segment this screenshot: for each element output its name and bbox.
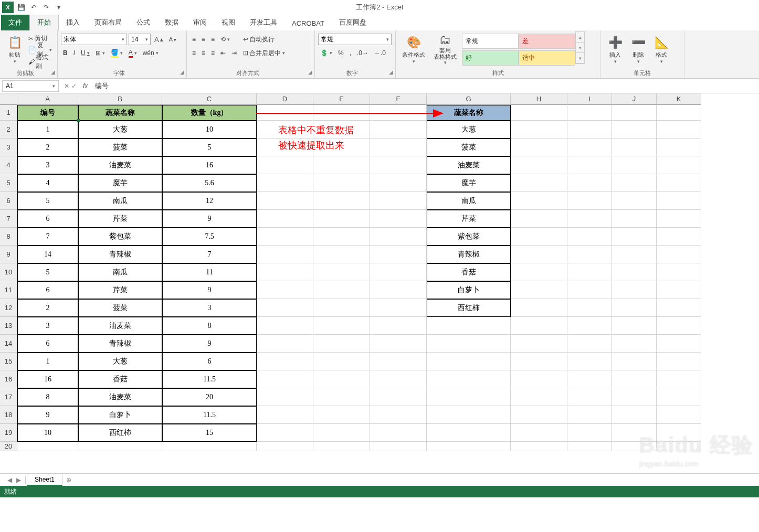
cell-C10[interactable]: 11: [162, 263, 257, 281]
cell-B6[interactable]: 南瓜: [78, 192, 162, 210]
cell-A20[interactable]: [17, 442, 78, 451]
cell-B4[interactable]: 油麦菜: [78, 156, 162, 174]
cell-G12[interactable]: 西红柿: [427, 299, 511, 317]
row-header-3[interactable]: 3: [0, 139, 17, 156]
style-scroll-up[interactable]: ▴: [576, 32, 584, 42]
cell-A4[interactable]: 3: [17, 156, 78, 174]
cell-D20[interactable]: [257, 442, 313, 451]
cell-F19[interactable]: [370, 424, 427, 442]
tab-页面布局[interactable]: 页面布局: [87, 15, 129, 30]
cell-A7[interactable]: 6: [17, 210, 78, 228]
cell-styles-gallery[interactable]: 常规 差 好 适中: [462, 31, 575, 66]
conditional-format-button[interactable]: 🎨 条件格式▾: [399, 31, 428, 66]
tab-ACROBAT[interactable]: ACROBAT: [284, 16, 332, 30]
cell-F3[interactable]: [370, 139, 427, 156]
cell-B16[interactable]: 香菇: [78, 370, 162, 388]
cell-K9[interactable]: [657, 246, 701, 263]
cell-B10[interactable]: 南瓜: [78, 263, 162, 281]
row-header-20[interactable]: 20: [0, 442, 17, 451]
increase-font-button[interactable]: A▴: [152, 34, 165, 45]
cell-C6[interactable]: 12: [162, 192, 257, 210]
row-header-9[interactable]: 9: [0, 246, 17, 263]
cell-C8[interactable]: 7.5: [162, 228, 257, 246]
cell-K2[interactable]: [657, 121, 701, 139]
cell-A17[interactable]: 8: [17, 388, 78, 406]
cell-J14[interactable]: [612, 335, 657, 353]
number-format-select[interactable]: 常规▾: [318, 34, 392, 45]
cell-D8[interactable]: [257, 228, 313, 246]
cell-I1[interactable]: [567, 105, 612, 121]
align-middle-button[interactable]: ≡: [199, 34, 207, 45]
cell-B1[interactable]: 蔬菜名称: [78, 105, 162, 121]
row-header-17[interactable]: 17: [0, 388, 17, 406]
cell-I8[interactable]: [567, 228, 612, 246]
cell-E15[interactable]: [313, 353, 370, 370]
spreadsheet-grid[interactable]: ABCDEFGHIJK 1234567891011121314151617181…: [0, 93, 759, 473]
paste-button[interactable]: 📋 粘贴 ▾: [3, 31, 26, 66]
cell-B18[interactable]: 白萝卜: [78, 406, 162, 424]
cell-H1[interactable]: [511, 105, 567, 121]
cell-D12[interactable]: [257, 299, 313, 317]
cell-H13[interactable]: [511, 317, 567, 335]
merge-center-button[interactable]: ⊡合并后居中▾: [241, 47, 287, 59]
cell-A19[interactable]: 10: [17, 424, 78, 442]
cell-G13[interactable]: [427, 317, 511, 335]
cell-G1[interactable]: 蔬菜名称: [427, 105, 511, 121]
row-header-16[interactable]: 16: [0, 370, 17, 388]
cell-K3[interactable]: [657, 139, 701, 156]
align-right-button[interactable]: ≡: [209, 47, 217, 59]
cell-I18[interactable]: [567, 406, 612, 424]
cell-D5[interactable]: [257, 174, 313, 192]
cell-K13[interactable]: [657, 317, 701, 335]
cell-I3[interactable]: [567, 139, 612, 156]
format-as-table-button[interactable]: 🗂 套用 表格格式▾: [430, 31, 460, 66]
cell-K5[interactable]: [657, 174, 701, 192]
cell-K16[interactable]: [657, 370, 701, 388]
cell-H7[interactable]: [511, 210, 567, 228]
dialog-launcher-icon[interactable]: ◢: [389, 69, 393, 75]
cell-D4[interactable]: [257, 156, 313, 174]
style-neutral[interactable]: 适中: [519, 50, 575, 66]
cell-G16[interactable]: [427, 370, 511, 388]
cell-A16[interactable]: 16: [17, 370, 78, 388]
cell-E10[interactable]: [313, 263, 370, 281]
cell-F8[interactable]: [370, 228, 427, 246]
row-header-12[interactable]: 12: [0, 299, 17, 317]
cell-K11[interactable]: [657, 281, 701, 299]
cell-A11[interactable]: 6: [17, 281, 78, 299]
underline-button[interactable]: U▾: [79, 47, 92, 59]
qat-redo-button[interactable]: ↷: [41, 2, 51, 13]
cell-K6[interactable]: [657, 192, 701, 210]
cell-G18[interactable]: [427, 406, 511, 424]
cell-J16[interactable]: [612, 370, 657, 388]
cell-H11[interactable]: [511, 281, 567, 299]
name-box[interactable]: A1 ▾: [2, 80, 59, 92]
cell-C19[interactable]: 15: [162, 424, 257, 442]
tab-开始[interactable]: 开始: [29, 14, 59, 30]
cell-J19[interactable]: [612, 424, 657, 442]
cell-B20[interactable]: [78, 442, 162, 451]
cell-D7[interactable]: [257, 210, 313, 228]
cell-J2[interactable]: [612, 121, 657, 139]
decrease-decimal-button[interactable]: ←.0: [372, 47, 388, 59]
cell-J7[interactable]: [612, 210, 657, 228]
cell-H10[interactable]: [511, 263, 567, 281]
tab-百度网盘[interactable]: 百度网盘: [332, 15, 374, 30]
cell-J1[interactable]: [612, 105, 657, 121]
row-header-8[interactable]: 8: [0, 228, 17, 246]
tab-插入[interactable]: 插入: [59, 15, 87, 30]
cell-J9[interactable]: [612, 246, 657, 263]
style-normal[interactable]: 常规: [462, 34, 519, 49]
phonetic-button[interactable]: wén▾: [141, 47, 161, 59]
cell-E5[interactable]: [313, 174, 370, 192]
style-good[interactable]: 好: [462, 50, 519, 66]
cell-E18[interactable]: [313, 406, 370, 424]
align-bottom-button[interactable]: ≡: [209, 34, 217, 45]
row-header-14[interactable]: 14: [0, 335, 17, 353]
cell-D13[interactable]: [257, 317, 313, 335]
cell-E12[interactable]: [313, 299, 370, 317]
fill-color-button[interactable]: 🪣▾: [109, 47, 125, 59]
font-size-select[interactable]: 14▾: [129, 34, 151, 45]
cell-A3[interactable]: 2: [17, 139, 78, 156]
row-header-15[interactable]: 15: [0, 353, 17, 370]
